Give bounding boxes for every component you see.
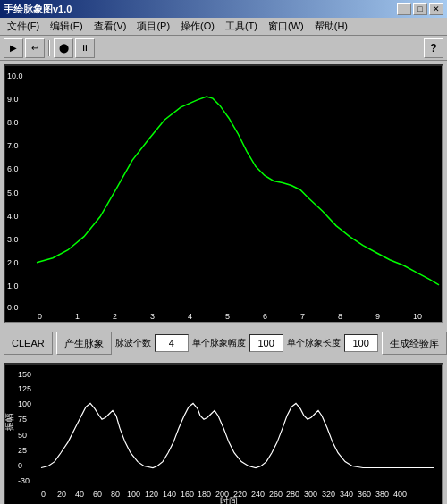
svg-text:320: 320	[322, 490, 335, 499]
help-button[interactable]: ?	[424, 38, 443, 58]
menu-project[interactable]: 项目(P)	[131, 18, 175, 35]
lower-chart-curve	[41, 403, 434, 467]
lower-chart-svg: 振幅 150 125 100 75 50 25 0 -30 0 20 40 60…	[5, 365, 442, 504]
svg-text:280: 280	[286, 490, 299, 499]
svg-text:6: 6	[263, 312, 267, 321]
svg-text:0: 0	[38, 312, 42, 321]
svg-text:360: 360	[358, 490, 371, 499]
svg-text:2: 2	[113, 312, 117, 321]
toolbar-btn-1[interactable]: ▶	[4, 38, 23, 58]
svg-text:3.0: 3.0	[7, 235, 18, 244]
svg-text:20: 20	[57, 490, 66, 499]
toolbar-separator	[48, 40, 50, 56]
upper-chart: 10.0 9.0 8.0 7.0 6.0 5.0 4.0 3.0 2.0 1.0…	[4, 64, 443, 323]
menu-bar: 文件(F) 编辑(E) 查看(V) 项目(P) 操作(O) 工具(T) 窗口(W…	[0, 18, 447, 36]
clear-button[interactable]: CLEAR	[4, 332, 53, 355]
svg-text:120: 120	[145, 490, 158, 499]
svg-text:5.0: 5.0	[7, 188, 18, 197]
menu-file[interactable]: 文件(F)	[2, 18, 45, 35]
window-title: 手绘脉象图v1.0	[4, 3, 72, 16]
toolbar: ▶ ↩ ⬤ ⏸ ?	[0, 36, 447, 61]
svg-text:8.0: 8.0	[7, 118, 18, 127]
svg-text:8: 8	[338, 312, 342, 321]
menu-tools[interactable]: 工具(T)	[220, 18, 263, 35]
svg-text:0.0: 0.0	[7, 303, 18, 312]
svg-text:振幅: 振幅	[5, 413, 14, 431]
svg-text:400: 400	[393, 490, 407, 499]
svg-text:80: 80	[111, 490, 120, 499]
svg-text:7.0: 7.0	[7, 141, 18, 150]
title-bar: 手绘脉象图v1.0 _ □ ✕	[0, 0, 447, 18]
svg-text:9: 9	[375, 312, 380, 321]
svg-text:75: 75	[18, 415, 27, 424]
main-content: 10.0 9.0 8.0 7.0 6.0 5.0 4.0 3.0 2.0 1.0…	[0, 61, 447, 504]
svg-text:-30: -30	[18, 476, 30, 485]
controls-bar: CLEAR 产生脉象 脉波个数 单个脉象幅度 单个脉象长度 生成经验库 生成病历…	[4, 327, 443, 359]
menu-edit[interactable]: 编辑(E)	[45, 18, 89, 35]
svg-text:10.0: 10.0	[7, 71, 23, 80]
svg-text:1: 1	[75, 312, 80, 321]
svg-text:140: 140	[163, 490, 176, 499]
svg-text:10: 10	[413, 312, 422, 321]
svg-text:6.0: 6.0	[7, 164, 18, 173]
generate-db-button[interactable]: 生成经验库	[382, 332, 447, 355]
single-amplitude-label: 单个脉象幅度	[192, 337, 246, 349]
menu-operate[interactable]: 操作(O)	[175, 18, 220, 35]
wave-count-input[interactable]	[155, 334, 189, 352]
upper-chart-curve	[37, 97, 439, 285]
toolbar-btn-record[interactable]: ⬤	[54, 38, 73, 58]
menu-help[interactable]: 帮助(H)	[309, 18, 353, 35]
svg-text:160: 160	[181, 490, 194, 499]
menu-view[interactable]: 查看(V)	[89, 18, 132, 35]
svg-text:340: 340	[340, 490, 353, 499]
single-amplitude-input[interactable]	[249, 334, 283, 352]
toolbar-btn-pause[interactable]: ⏸	[75, 38, 95, 58]
svg-text:300: 300	[304, 490, 317, 499]
svg-text:380: 380	[375, 490, 389, 499]
svg-text:4: 4	[188, 312, 192, 321]
svg-text:0: 0	[18, 461, 22, 470]
svg-text:5: 5	[225, 312, 230, 321]
svg-text:3: 3	[150, 312, 155, 321]
svg-text:100: 100	[127, 490, 140, 499]
svg-text:125: 125	[18, 384, 31, 393]
single-length-input[interactable]	[344, 334, 378, 352]
generate-pulse-button[interactable]: 产生脉象	[56, 332, 112, 355]
single-length-label: 单个脉象长度	[287, 337, 341, 349]
svg-text:50: 50	[18, 431, 27, 440]
minimize-button[interactable]: _	[397, 3, 411, 15]
svg-text:40: 40	[75, 490, 84, 499]
svg-text:260: 260	[269, 490, 283, 499]
svg-text:1.0: 1.0	[7, 281, 18, 290]
svg-text:240: 240	[251, 490, 265, 499]
svg-text:150: 150	[18, 370, 31, 379]
wave-count-label: 脉波个数	[115, 337, 151, 349]
svg-text:25: 25	[18, 446, 27, 455]
svg-text:100: 100	[18, 399, 31, 408]
maximize-button[interactable]: □	[413, 3, 427, 15]
svg-text:2.0: 2.0	[7, 258, 18, 267]
svg-text:9.0: 9.0	[7, 95, 18, 104]
close-button[interactable]: ✕	[429, 3, 443, 15]
title-bar-buttons: _ □ ✕	[397, 3, 443, 15]
lower-chart: 振幅 150 125 100 75 50 25 0 -30 0 20 40 60…	[4, 363, 443, 504]
svg-text:时间: 时间	[220, 496, 238, 504]
toolbar-btn-2[interactable]: ↩	[25, 38, 45, 58]
svg-text:4.0: 4.0	[7, 212, 18, 221]
svg-text:60: 60	[93, 490, 102, 499]
svg-text:180: 180	[198, 490, 211, 499]
svg-text:0: 0	[41, 490, 46, 499]
svg-text:7: 7	[300, 312, 305, 321]
upper-chart-svg: 10.0 9.0 8.0 7.0 6.0 5.0 4.0 3.0 2.0 1.0…	[5, 66, 442, 322]
menu-window[interactable]: 窗口(W)	[263, 18, 309, 35]
